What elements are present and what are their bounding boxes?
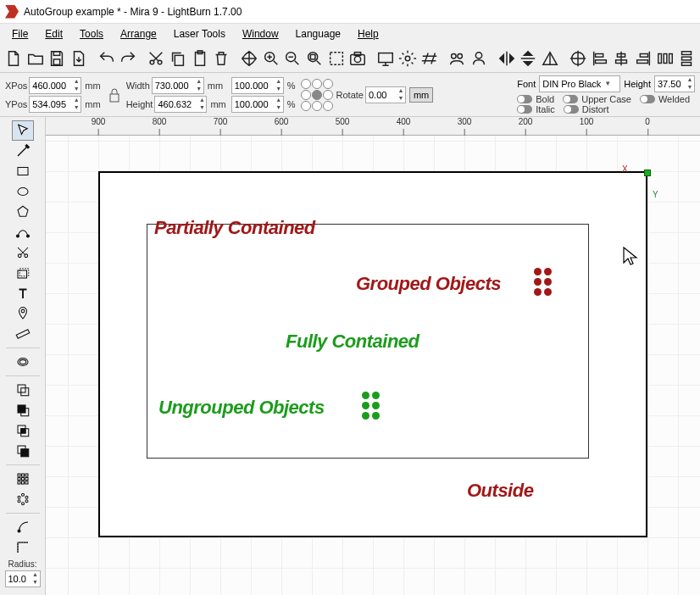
canvas[interactable]: Partially Contained Grouped Objects Full… bbox=[46, 136, 700, 595]
text-partially-contained[interactable]: Partially Contained bbox=[154, 217, 315, 239]
menu-arrange[interactable]: Arrange bbox=[114, 26, 164, 42]
circular-array-tool[interactable] bbox=[12, 489, 34, 509]
upper-toggle[interactable] bbox=[563, 95, 578, 103]
menu-language[interactable]: Language bbox=[289, 26, 347, 42]
measure-tool[interactable] bbox=[12, 324, 34, 344]
lock-aspect-icon[interactable] bbox=[106, 83, 123, 107]
ypos-label: YPos bbox=[5, 99, 27, 109]
text-grouped-objects[interactable]: Grouped Objects bbox=[356, 273, 501, 295]
selection-frame-button[interactable] bbox=[326, 47, 347, 70]
svg-rect-15 bbox=[379, 53, 393, 62]
mirror-button[interactable] bbox=[540, 47, 560, 70]
main-toolbar bbox=[0, 44, 700, 73]
svg-rect-30 bbox=[682, 51, 692, 54]
menu-file[interactable]: File bbox=[5, 26, 35, 42]
origin-marker bbox=[644, 170, 651, 176]
align-left-button[interactable] bbox=[590, 47, 610, 70]
boolean-diff-tool[interactable] bbox=[12, 441, 34, 461]
scale-y-input[interactable]: ▲▼ bbox=[231, 96, 284, 113]
select-tool[interactable] bbox=[12, 120, 34, 141]
redo-button[interactable] bbox=[119, 47, 139, 70]
distort-toggle[interactable] bbox=[564, 105, 579, 114]
zoom-frame-button[interactable] bbox=[304, 47, 325, 70]
zoom-out-button[interactable] bbox=[282, 47, 303, 70]
menu-laser-tools[interactable]: Laser Tools bbox=[167, 26, 232, 42]
text-tool[interactable] bbox=[12, 283, 34, 303]
distribute-v-button[interactable] bbox=[676, 47, 697, 70]
bold-toggle[interactable] bbox=[517, 95, 532, 103]
paste-button[interactable] bbox=[190, 47, 210, 70]
anchor-grid[interactable] bbox=[301, 79, 333, 111]
italic-toggle[interactable] bbox=[517, 105, 532, 114]
ring-tool[interactable] bbox=[12, 352, 34, 372]
group-button[interactable] bbox=[447, 47, 467, 70]
ungrouped-dots-green[interactable] bbox=[362, 392, 380, 420]
edit-text-scissors-tool[interactable] bbox=[12, 242, 34, 263]
svg-point-17 bbox=[452, 53, 457, 58]
svg-point-9 bbox=[308, 52, 318, 61]
svg-rect-56 bbox=[21, 474, 24, 476]
copy-button[interactable] bbox=[168, 47, 188, 70]
font-select[interactable]: DIN Pro Black▼ bbox=[539, 75, 620, 92]
flip-v-button[interactable] bbox=[519, 47, 539, 70]
grid-array-tool[interactable] bbox=[12, 469, 34, 489]
text-fully-contained[interactable]: Fully Contained bbox=[286, 331, 419, 353]
width-input[interactable]: ▲▼ bbox=[152, 77, 204, 94]
units-button[interactable]: mm bbox=[409, 87, 433, 103]
svg-rect-22 bbox=[595, 59, 606, 63]
new-file-button[interactable] bbox=[3, 47, 24, 70]
welded-toggle[interactable] bbox=[640, 95, 655, 103]
boolean-subtract-tool[interactable] bbox=[12, 400, 34, 420]
align-vcenter-button[interactable] bbox=[611, 47, 631, 70]
draw-line-tool[interactable] bbox=[12, 141, 34, 161]
svg-point-68 bbox=[18, 500, 20, 503]
menu-window[interactable]: Window bbox=[236, 26, 286, 42]
height-input[interactable]: ▲▼ bbox=[154, 96, 207, 113]
svg-rect-11 bbox=[330, 52, 342, 64]
boolean-union-tool[interactable] bbox=[12, 380, 34, 400]
ypos-input[interactable]: ▲▼ bbox=[29, 96, 81, 113]
camera-button[interactable] bbox=[348, 47, 369, 70]
edit-nodes-tool[interactable] bbox=[12, 222, 34, 242]
offset-tool[interactable] bbox=[12, 263, 34, 283]
scale-x-input[interactable]: ▲▼ bbox=[231, 77, 284, 94]
app-logo-icon bbox=[5, 5, 19, 19]
open-file-button[interactable] bbox=[25, 47, 46, 70]
undo-button[interactable] bbox=[97, 47, 117, 70]
distribute-h-button[interactable] bbox=[655, 47, 675, 70]
align-right-button[interactable] bbox=[633, 47, 653, 70]
rectangle-tool[interactable] bbox=[12, 161, 34, 181]
svg-rect-57 bbox=[25, 474, 28, 476]
device-settings-button[interactable] bbox=[419, 47, 440, 70]
ungroup-button[interactable] bbox=[469, 47, 489, 70]
cut-button[interactable] bbox=[146, 47, 166, 70]
grouped-dots-red[interactable] bbox=[534, 268, 552, 296]
position-tool[interactable] bbox=[12, 303, 34, 324]
radius-input[interactable]: ▲▼ bbox=[5, 570, 41, 587]
polygon-tool[interactable] bbox=[12, 202, 34, 222]
align-center-button[interactable] bbox=[568, 47, 588, 70]
menu-edit[interactable]: Edit bbox=[38, 26, 69, 42]
radius-tool[interactable] bbox=[12, 537, 34, 558]
ellipse-tool[interactable] bbox=[12, 181, 34, 202]
text-outside[interactable]: Outside bbox=[467, 480, 533, 502]
boolean-intersect-tool[interactable] bbox=[12, 420, 34, 441]
settings-button[interactable] bbox=[397, 47, 418, 70]
svg-point-39 bbox=[24, 254, 27, 258]
save-button[interactable] bbox=[47, 47, 67, 70]
menu-help[interactable]: Help bbox=[351, 26, 386, 42]
text-ungrouped-objects[interactable]: Ungrouped Objects bbox=[158, 397, 325, 419]
font-height-input[interactable]: ▲▼ bbox=[654, 75, 695, 92]
import-button[interactable] bbox=[69, 47, 89, 70]
font-label: Font bbox=[517, 79, 536, 89]
pan-button[interactable] bbox=[239, 47, 259, 70]
canvas-area[interactable]: 900 800 700 600 500 400 300 200 100 0 Pa… bbox=[46, 117, 700, 595]
rotate-input[interactable]: ▲▼ bbox=[365, 86, 406, 103]
preview-button[interactable] bbox=[375, 47, 396, 70]
edit-start-tool[interactable] bbox=[12, 517, 34, 537]
delete-button[interactable] bbox=[211, 47, 231, 70]
zoom-in-button[interactable] bbox=[261, 47, 281, 70]
flip-h-button[interactable] bbox=[497, 47, 517, 70]
xpos-input[interactable]: ▲▼ bbox=[29, 77, 81, 94]
menu-tools[interactable]: Tools bbox=[73, 26, 110, 42]
